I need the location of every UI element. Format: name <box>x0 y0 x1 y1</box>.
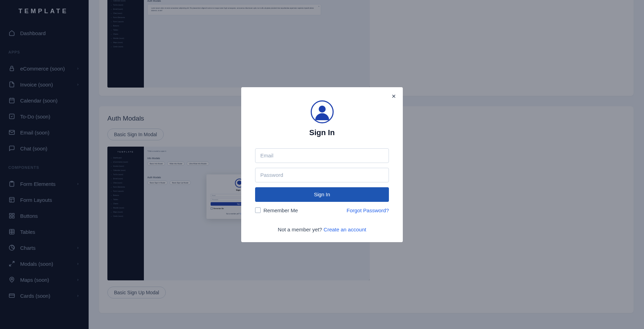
sign-in-button[interactable]: Sign In <box>255 187 389 202</box>
remember-me-checkbox[interactable]: Remember Me <box>255 207 298 213</box>
sign-in-modal: Sign In Sign In Remember Me Forgot Passw… <box>241 87 403 242</box>
password-field[interactable] <box>255 168 389 182</box>
close-icon[interactable] <box>390 93 397 100</box>
svg-point-15 <box>319 106 326 113</box>
create-account-link[interactable]: Create an account <box>324 227 366 232</box>
modal-overlay[interactable]: Sign In Sign In Remember Me Forgot Passw… <box>0 0 644 329</box>
remember-me-label: Remember Me <box>263 207 298 213</box>
forgot-password-link[interactable]: Forgot Password? <box>347 207 389 213</box>
email-field[interactable] <box>255 148 389 163</box>
avatar-icon <box>311 100 334 123</box>
modal-footer: Not a member yet? Create an account <box>255 227 389 232</box>
modal-title: Sign In <box>255 128 389 137</box>
footer-text: Not a member yet? <box>278 227 324 232</box>
checkbox-icon <box>255 207 261 213</box>
